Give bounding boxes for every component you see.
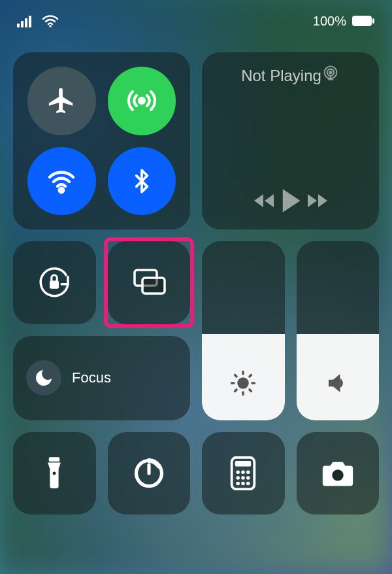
airplane-icon bbox=[46, 86, 76, 116]
calculator-button[interactable] bbox=[202, 432, 285, 515]
svg-point-32 bbox=[237, 476, 240, 480]
svg-rect-6 bbox=[372, 18, 374, 24]
bluetooth-icon bbox=[129, 165, 155, 197]
timer-icon bbox=[132, 456, 166, 490]
wifi-button[interactable] bbox=[27, 147, 96, 216]
svg-rect-12 bbox=[50, 280, 59, 289]
svg-line-19 bbox=[250, 390, 251, 391]
previous-track-icon[interactable] bbox=[253, 191, 279, 211]
svg-point-7 bbox=[139, 98, 144, 103]
svg-point-25 bbox=[53, 471, 56, 475]
battery-icon bbox=[351, 15, 375, 27]
flashlight-icon bbox=[41, 455, 67, 492]
svg-line-22 bbox=[235, 390, 237, 391]
svg-point-4 bbox=[49, 25, 52, 27]
svg-point-38 bbox=[332, 469, 343, 481]
cellular-signal-icon bbox=[17, 14, 37, 27]
svg-rect-0 bbox=[17, 24, 20, 27]
bluetooth-button[interactable] bbox=[108, 147, 176, 216]
calculator-icon bbox=[229, 456, 257, 490]
next-track-icon[interactable] bbox=[302, 191, 329, 211]
connectivity-panel[interactable] bbox=[13, 52, 190, 229]
media-panel[interactable]: Not Playing bbox=[202, 52, 379, 229]
svg-point-11 bbox=[329, 71, 332, 74]
screen-mirroring-button[interactable] bbox=[108, 241, 191, 324]
camera-icon bbox=[320, 459, 355, 488]
volume-slider[interactable] bbox=[297, 241, 380, 420]
svg-point-31 bbox=[246, 470, 250, 474]
airplane-mode-button[interactable] bbox=[27, 67, 96, 135]
svg-rect-2 bbox=[25, 18, 27, 27]
svg-point-33 bbox=[241, 476, 245, 480]
airplay-audio-icon[interactable] bbox=[321, 64, 340, 82]
svg-point-8 bbox=[59, 188, 63, 192]
focus-button[interactable]: Focus bbox=[13, 336, 190, 420]
screen-mirroring-icon bbox=[129, 266, 169, 299]
antenna-icon bbox=[126, 85, 157, 116]
timer-button[interactable] bbox=[108, 432, 191, 515]
play-icon[interactable] bbox=[279, 188, 302, 214]
svg-line-18 bbox=[235, 375, 237, 376]
svg-rect-24 bbox=[49, 457, 59, 462]
svg-rect-1 bbox=[21, 21, 24, 27]
wifi-status-icon bbox=[42, 14, 59, 27]
status-bar: 100% bbox=[13, 8, 379, 34]
svg-rect-14 bbox=[142, 278, 165, 294]
svg-point-36 bbox=[241, 482, 245, 486]
svg-point-35 bbox=[237, 482, 240, 486]
moon-icon bbox=[33, 367, 54, 388]
svg-line-23 bbox=[250, 375, 251, 376]
orientation-lock-icon bbox=[36, 264, 73, 301]
volume-icon bbox=[324, 369, 351, 397]
camera-button[interactable] bbox=[297, 432, 380, 515]
media-title: Not Playing bbox=[241, 67, 321, 85]
svg-point-37 bbox=[246, 482, 250, 486]
flashlight-button[interactable] bbox=[13, 432, 96, 515]
wifi-icon bbox=[46, 165, 77, 197]
svg-point-30 bbox=[241, 470, 245, 474]
battery-percent: 100% bbox=[313, 14, 346, 29]
orientation-lock-button[interactable] bbox=[13, 241, 96, 324]
svg-rect-28 bbox=[235, 461, 251, 467]
focus-label: Focus bbox=[72, 369, 111, 386]
brightness-icon bbox=[229, 369, 257, 397]
cellular-data-button[interactable] bbox=[108, 67, 176, 135]
svg-point-29 bbox=[237, 470, 240, 474]
svg-rect-3 bbox=[29, 16, 31, 27]
svg-rect-5 bbox=[352, 16, 372, 26]
brightness-slider[interactable] bbox=[202, 241, 285, 420]
svg-point-34 bbox=[246, 476, 250, 480]
svg-point-15 bbox=[238, 379, 248, 388]
